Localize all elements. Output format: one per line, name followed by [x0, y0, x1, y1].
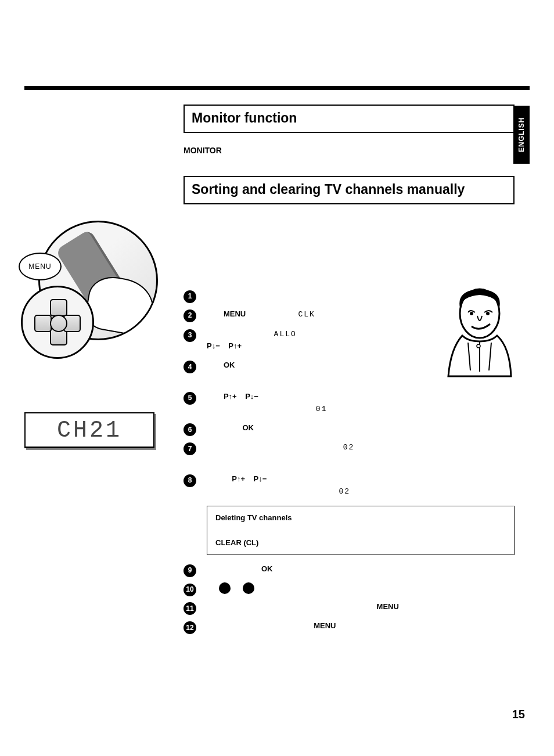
svg-point-3 — [477, 344, 480, 348]
svg-point-2 — [486, 312, 490, 315]
page-number: 15 — [512, 708, 525, 721]
step-8: 8 ........... P↑+ .. P↓− ...............… — [184, 473, 515, 498]
person-illustration — [445, 285, 515, 377]
note-title: Deleting TV channels — [215, 512, 506, 524]
dpad-left-icon — [34, 315, 52, 332]
step-number-6: 6 — [184, 423, 196, 436]
step-number-3: 3 — [184, 329, 196, 342]
dpad-up-icon — [50, 299, 67, 316]
left-column: MENU CH21 — [24, 221, 170, 448]
step-number-11: 11 — [184, 602, 196, 615]
step-number-5: 5 — [184, 392, 196, 405]
monitor-label: MONITOR — [184, 146, 515, 155]
step-number-7: 7 — [184, 442, 196, 455]
remote-illustration: MENU — [24, 221, 158, 354]
content-column: Monitor function MONITOR Sorting and cle… — [184, 105, 515, 639]
svg-point-1 — [470, 312, 473, 315]
lcd-display: CH21 — [24, 412, 154, 448]
step-number-10: 10 — [184, 584, 196, 596]
steps-list-cont: 9 ......................... OK 10 .... 7… — [184, 563, 515, 632]
step-10: 10 .... 7 .. 9 — [184, 582, 515, 595]
manual-page: ENGLISH MENU CH21 Monitor — [0, 0, 554, 756]
menu-callout-label: MENU — [19, 253, 62, 280]
language-tab: ENGLISH — [513, 106, 530, 164]
step-number-2: 2 — [184, 309, 196, 322]
step-number-9: 9 — [184, 564, 196, 577]
step-12: 12 .....................................… — [184, 620, 515, 632]
inline-ref-9: 9 — [243, 582, 254, 594]
top-rule — [24, 86, 530, 90]
step-number-1: 1 — [184, 290, 196, 303]
step-number-12: 12 — [184, 621, 196, 634]
step-number-4: 4 — [184, 361, 196, 373]
inline-ref-7: 7 — [219, 582, 231, 594]
deleting-note-box: Deleting TV channels ...................… — [207, 506, 515, 555]
step-9: 9 ......................... OK — [184, 563, 515, 575]
step-number-8: 8 — [184, 474, 196, 487]
lcd-value: CH21 — [57, 417, 122, 444]
step-11: 11 .....................................… — [184, 601, 515, 613]
section-sorting-title: Sorting and clearing TV channels manuall… — [184, 176, 515, 204]
step-6: 6 ................ OK — [184, 422, 515, 434]
step-7: 7 ......................................… — [184, 441, 515, 466]
section-monitor-title: Monitor function — [184, 105, 515, 133]
dpad-ok-icon — [50, 315, 67, 332]
step-5: 5 ....... P↑+ .. P↓− ...................… — [184, 391, 515, 416]
dpad-illustration — [21, 286, 94, 359]
note-clear-key: CLEAR (CL) — [215, 538, 258, 547]
